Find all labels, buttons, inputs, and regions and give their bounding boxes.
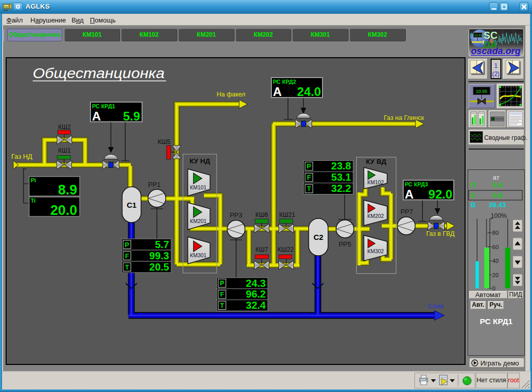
svg-text:92.0: 92.0	[428, 187, 452, 201]
svg-text:80: 80	[492, 230, 499, 236]
svg-text:5.7: 5.7	[155, 239, 169, 250]
svg-text:100%: 100%	[491, 212, 507, 219]
svg-text:РР1: РР1	[148, 181, 161, 188]
svg-text:P: P	[125, 241, 129, 249]
svg-text:T: T	[125, 264, 129, 271]
svg-text:T: T	[220, 302, 224, 309]
svg-text:P: P	[220, 280, 224, 287]
svg-text:40: 40	[492, 258, 499, 264]
svg-text:32.2: 32.2	[331, 183, 351, 194]
svg-text:КМ101: КМ101	[190, 184, 207, 190]
svg-text:39.43: 39.43	[489, 201, 506, 209]
svg-text:20: 20	[492, 272, 499, 278]
svg-text:КМ301: КМ301	[190, 252, 207, 258]
svg-text:Газ на Глинск: Газ на Глинск	[384, 114, 424, 121]
svg-text:На факел: На факел	[217, 91, 245, 98]
svg-text:В: В	[471, 201, 476, 209]
svg-text:КШ22: КШ22	[277, 246, 294, 253]
svg-text:КШ21: КШ21	[279, 211, 295, 218]
svg-text:20.5: 20.5	[149, 261, 169, 273]
svg-text:60: 60	[492, 244, 499, 250]
svg-text:С1: С1	[127, 201, 136, 209]
svg-text:F: F	[125, 253, 129, 260]
svg-text:КМ202: КМ202	[367, 213, 384, 219]
svg-text:КМ302: КМ302	[367, 248, 384, 254]
svg-text:53.1: 53.1	[331, 172, 351, 183]
svg-text:РС КРД1: РС КРД1	[92, 103, 115, 109]
svg-text:РР5: РР5	[339, 240, 352, 248]
svg-text:Газ в ГВД: Газ в ГВД	[426, 230, 455, 237]
svg-text:РР3: РР3	[230, 211, 243, 219]
svg-text:КШ1: КШ1	[58, 147, 71, 154]
svg-text:oscada.org: oscada.org	[471, 45, 521, 56]
svg-text:Общестанционка: Общестанционка	[33, 66, 165, 81]
svg-text:РР7: РР7	[401, 208, 413, 215]
svg-text:10.93: 10.93	[474, 33, 482, 36]
svg-text:КУ НД: КУ НД	[190, 157, 210, 165]
svg-text:96.2: 96.2	[246, 288, 266, 300]
svg-text:5.9: 5.9	[123, 109, 140, 123]
svg-text:20.0: 20.0	[50, 203, 77, 218]
svg-text:32.4: 32.4	[246, 300, 266, 311]
svg-text:КШ6: КШ6	[256, 211, 268, 218]
svg-text:F: F	[220, 291, 224, 298]
svg-text:Pi: Pi	[31, 177, 36, 183]
svg-text:Газ НД: Газ НД	[11, 153, 32, 160]
svg-text:А: А	[92, 109, 101, 123]
svg-text:А: А	[405, 187, 413, 201]
svg-text:T: T	[307, 185, 311, 192]
svg-text:Ti: Ti	[31, 198, 36, 204]
svg-text:8.9: 8.9	[58, 182, 77, 198]
svg-text:КШ5: КШ5	[158, 138, 171, 145]
svg-text:P: P	[307, 163, 311, 170]
svg-text:А: А	[273, 85, 282, 99]
svg-text:5.8: 5.8	[493, 191, 502, 199]
svg-text:F: F	[307, 174, 311, 181]
svg-text:КШ2: КШ2	[58, 124, 71, 131]
svg-text:Слив: Слив	[428, 303, 444, 310]
svg-text:8.9: 8.9	[491, 118, 495, 120]
svg-text:КМ102: КМ102	[367, 179, 384, 185]
svg-text:5.9: 5.9	[493, 181, 502, 189]
svg-text:З: З	[471, 191, 475, 199]
svg-text:С2: С2	[313, 233, 323, 241]
svg-text:РС КРД3: РС КРД3	[405, 181, 428, 187]
svg-text:10.95: 10.95	[476, 89, 488, 94]
svg-text:23.8: 23.8	[331, 160, 351, 172]
svg-text:РС КРД2: РС КРД2	[273, 79, 296, 85]
svg-text:КШ7: КШ7	[256, 246, 268, 253]
svg-text:24.0: 24.0	[297, 85, 321, 99]
svg-text:КМ201: КМ201	[190, 218, 207, 224]
svg-text:П: П	[471, 181, 476, 189]
svg-text:КУ ВД: КУ ВД	[366, 158, 386, 165]
svg-text:ат: ат	[493, 174, 499, 181]
svg-text:99.3: 99.3	[149, 250, 169, 261]
svg-text:24.3: 24.3	[246, 278, 266, 289]
